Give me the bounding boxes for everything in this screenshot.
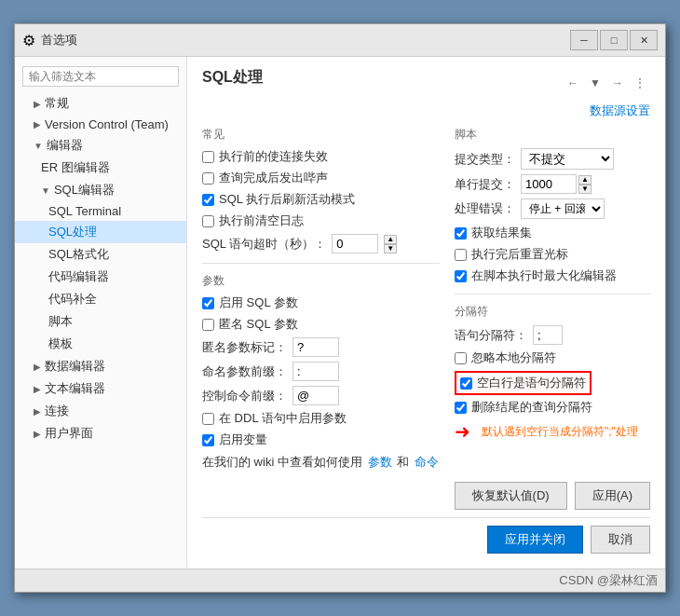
named-prefix-input[interactable] [292,362,339,381]
cancel-button[interactable]: 取消 [591,526,650,554]
sidebar-item-connect[interactable]: ▶ 连接 [15,400,186,422]
blank-line-sep-highlight: 空白行是语句分隔符 [455,371,592,395]
wiki-link-params[interactable]: 参数 [368,455,392,469]
auto-connect-checkbox[interactable] [202,151,214,163]
checkbox-enable-sql-params: 启用 SQL 参数 [202,294,440,311]
sidebar-item-label: ER 图编辑器 [41,159,110,176]
single-commit-down-button[interactable]: ▼ [578,185,592,194]
panel-title: SQL处理 [202,68,263,88]
sidebar-item-code-complete[interactable]: 代码补全 [15,288,186,310]
error-handling-select[interactable]: 停止 + 回滚 继续 停止 [521,198,605,219]
minimize-button[interactable]: ─ [570,30,598,50]
search-input[interactable] [22,66,179,87]
sidebar-item-label: 模板 [48,335,73,352]
sidebar-item-label: SQL处理 [48,224,97,240]
sidebar-item-sql-format[interactable]: SQL格式化 [15,243,186,266]
named-prefix-row: 命名参数前缀： [202,362,440,381]
sidebar-item-text-editor[interactable]: ▶ 文本编辑器 [15,377,186,400]
wiki-link-commands[interactable]: 命令 [415,455,439,469]
timeout-up-button[interactable]: ▲ [384,235,397,244]
sidebar-item-label: 连接 [45,403,69,419]
timeout-label: SQL 语句超时（秒）： [202,236,326,253]
nav-forward-button[interactable]: → [607,74,628,92]
remove-trailing-checkbox[interactable] [455,402,467,414]
arrow-icon: ▼ [41,185,50,196]
script-checkboxes: 获取结果集 执行完后重置光标 在脚本执行时最大化编辑器 [455,225,650,284]
commit-type-label: 提交类型： [455,151,515,168]
main-content: ▶ 常规 ▶ Version Control (Team) ▼ 编辑器 ER 图… [15,57,665,568]
sidebar-item-label: 编辑器 [47,137,83,154]
sidebar-item-version-control[interactable]: ▶ Version Control (Team) [15,115,186,134]
enable-sql-params-checkbox[interactable] [202,297,214,309]
sidebar-item-general[interactable]: ▶ 常规 [15,92,186,115]
single-commit-up-button[interactable]: ▲ [578,175,592,185]
timeout-input[interactable] [332,234,378,253]
arrow-icon: ▶ [34,362,41,372]
arrow-icon: ▶ [34,119,41,130]
sidebar-item-er-editor[interactable]: ER 图编辑器 [15,157,186,179]
main-panel: SQL处理 ← ▼ → ⋮ 数据源设置 常见 [187,57,665,568]
nav-dropdown-button[interactable]: ▼ [585,74,605,92]
restore-defaults-button[interactable]: 恢复默认值(D) [455,482,567,510]
single-commit-input[interactable] [521,174,577,194]
window-icon: ⚙ [22,32,35,49]
reset-cursor-checkbox[interactable] [455,249,467,261]
maximize-button[interactable]: □ [600,30,628,50]
checkbox-refresh: SQL 执行后刷新活动模式 [202,191,440,208]
blank-line-sep-checkbox[interactable] [460,377,472,390]
nav-back-button[interactable]: ← [563,74,583,92]
right-column: 脚本 提交类型： 不提交 自动提交 手动提交 单行提交： [455,127,650,471]
sidebar-item-sql-process[interactable]: SQL处理 [15,221,186,243]
anon-sql-params-checkbox[interactable] [202,319,214,331]
close-button[interactable]: ✕ [630,30,658,50]
enable-vars-label: 启用变量 [219,431,267,448]
window-title: 首选项 [41,32,77,48]
fetch-result-label: 获取结果集 [471,225,532,241]
clear-log-label: 执行前清空日志 [219,212,304,229]
sidebar-item-template[interactable]: 模板 [15,333,186,355]
preferences-window: ⚙ 首选项 ─ □ ✕ ▶ 常规 ▶ Version Control (Team… [14,23,666,593]
clear-log-checkbox[interactable] [202,215,214,227]
checkbox-remove-trailing: 删除结尾的查询分隔符 [455,399,650,416]
wiki-row: 在我们的 wiki 中查看如何使用 参数 和 命令 [202,454,440,471]
remove-trailing-label: 删除结尾的查询分隔符 [471,399,592,416]
sidebar-item-sql-terminal[interactable]: SQL Terminal [15,201,186,221]
datasource-link[interactable]: 数据源设置 [590,103,650,119]
arrow-icon: ▶ [34,406,41,417]
sidebar-item-label: 脚本 [48,313,73,330]
wiki-text: 在我们的 wiki 中查看如何使用 [202,455,362,469]
bottom-button-row: 应用并关闭 取消 [202,517,650,557]
sidebar-item-label: 数据编辑器 [45,358,105,375]
checkbox-auto-connect: 执行前的使连接失效 [202,148,440,165]
sound-checkbox[interactable] [202,172,214,185]
timeout-down-button[interactable]: ▼ [384,244,397,253]
sep-section-title: 分隔符 [455,304,650,320]
enable-vars-checkbox[interactable] [202,434,214,446]
title-controls: ─ □ ✕ [570,30,658,50]
sidebar-item-ui[interactable]: ▶ 用户界面 [15,422,186,445]
anon-sql-params-label: 匿名 SQL 参数 [219,316,298,333]
sidebar-item-script[interactable]: 脚本 [15,310,186,333]
left-column: 常见 执行前的使连接失效 查询完成后发出哔声 SQL 执行后刷新活动模式 [202,127,440,471]
sidebar-item-editor[interactable]: ▼ 编辑器 [15,134,186,157]
ignore-locale-checkbox[interactable] [455,352,467,364]
sentence-sep-input[interactable] [533,325,563,345]
refresh-checkbox[interactable] [202,194,214,206]
ddl-params-checkbox[interactable] [202,413,214,425]
nav-more-button[interactable]: ⋮ [630,74,650,92]
checkbox-enable-vars: 启用变量 [202,431,440,448]
checkbox-reset-cursor: 执行完后重置光标 [455,246,650,263]
sidebar-item-data-editor[interactable]: ▶ 数据编辑器 [15,355,186,377]
sidebar-item-label: 代码编辑器 [48,268,109,285]
arrow-icon: ▶ [34,429,41,439]
anon-mark-input[interactable] [292,337,339,357]
control-prefix-input[interactable] [292,386,339,405]
apply-close-button[interactable]: 应用并关闭 [487,526,583,554]
apply-button[interactable]: 应用(A) [575,482,650,510]
sidebar-item-label: 文本编辑器 [45,380,105,397]
sidebar-item-sql-editor[interactable]: ▼ SQL编辑器 [15,179,186,201]
maximize-editor-checkbox[interactable] [455,270,467,282]
commit-type-select[interactable]: 不提交 自动提交 手动提交 [521,148,614,170]
sidebar-item-code-editor[interactable]: 代码编辑器 [15,266,186,288]
fetch-result-checkbox[interactable] [455,227,467,240]
